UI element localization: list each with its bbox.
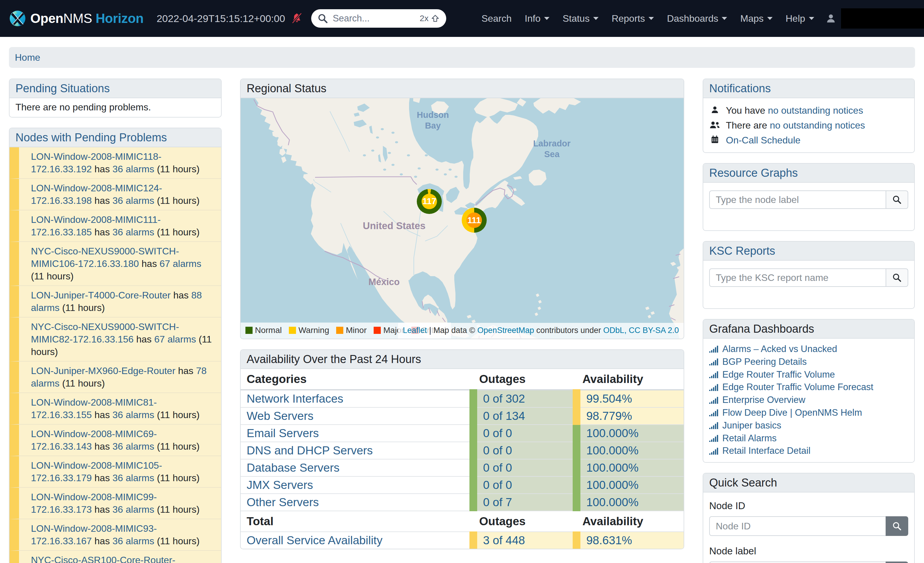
node-alarms-link[interactable]: 36 alarms [112,536,154,546]
node-link[interactable]: NYC-Cisco-ASR100-Core-Router-MIMIC112-17… [31,555,175,563]
grafana-dashboard-link[interactable]: BGP Peering Details [722,356,807,368]
notifications-title[interactable]: Notifications [709,82,771,95]
availability-category-link[interactable]: Other Servers [247,496,319,509]
ksc-reports-search-button[interactable] [886,269,908,287]
grafana-dashboard-item: Juniper basics [709,419,908,432]
nodes-with-problems-title[interactable]: Nodes with Pending Problems [15,131,167,144]
bar-chart-icon [709,434,718,442]
nav-item-status[interactable]: Status [556,9,605,28]
regional-status-map[interactable]: HudsonBayLabradorSeaUnited StatesMéxico … [241,98,684,339]
grafana-dashboard-link[interactable]: Alarms – Acked vs Unacked [722,343,837,356]
odbl-link[interactable]: ODbL, [603,326,627,335]
map-lake [407,155,410,156]
node-alarms-link[interactable]: 36 alarms [112,441,154,452]
quick-search-input-node-id[interactable] [709,516,886,536]
search-input[interactable] [333,13,415,24]
nav-item-label: Dashboards [667,13,718,24]
notification-link[interactable]: no outstanding notices [768,105,863,116]
grafana-dashboard-link[interactable]: Edge Router Traffic Volume Forecast [722,381,873,394]
node-alarms-link[interactable]: 36 alarms [112,195,154,206]
availability-row: Web Servers0 of 13498.779% [241,407,684,425]
resource-graphs-input[interactable] [709,191,886,209]
notifications-muted-bell-icon[interactable] [291,12,303,26]
availability-outages-cell: 0 of 0 [473,476,576,494]
osm-link[interactable]: OpenStreetMap [477,326,534,335]
nav-item-info[interactable]: Info [518,9,556,28]
quick-search-button-node-id[interactable] [886,516,908,536]
ccbysa-link[interactable]: CC BY-SA 2.0 [628,326,679,335]
resource-graphs-search-button[interactable] [886,191,908,209]
ksc-reports-title[interactable]: KSC Reports [709,245,775,257]
availability-total-column-header: Total [241,511,473,532]
map-lake [444,174,447,176]
availability-category-link[interactable]: JMX Servers [247,479,313,491]
nav-item-search[interactable]: Search [475,9,518,28]
user-icon [825,13,836,24]
map-marker-111[interactable]: 111 [462,208,487,233]
quick-search-input-node-label[interactable] [709,561,886,563]
pending-situations-card: Pending Situations There are no pending … [9,78,222,117]
availability-outages-cell: 0 of 0 [473,459,576,476]
node-alarms-link[interactable]: 36 alarms [112,504,154,515]
availability-category-link[interactable]: Database Servers [247,461,339,474]
map-label: Sea [544,149,560,159]
leaflet-link[interactable]: Leaflet [403,326,427,335]
bar-chart-icon [709,422,718,429]
breadcrumb-home[interactable]: Home [15,52,40,63]
overall-availability-link[interactable]: Overall Service Availability [247,534,382,546]
node-link[interactable]: NYC-Cisco-NEXUS9000-SWITCH-MIMIC106-172.… [31,246,179,269]
notification-link[interactable]: no outstanding notices [770,120,865,131]
nav-item-label: Reports [612,13,645,24]
nav-item-reports[interactable]: Reports [605,9,660,28]
notification-link[interactable]: On-Call Schedule [726,135,801,146]
availability-category-link[interactable]: Email Servers [247,427,319,440]
pending-situations-empty: There are no pending problems. [9,98,221,117]
grafana-dashboard-link[interactable]: Edge Router Traffic Volume [722,368,835,381]
grafana-dashboard-link[interactable]: Flow Deep Dive | OpenNMS Helm [722,407,862,419]
nodes-with-problems-card: Nodes with Pending Problems LON-Window-2… [9,128,222,563]
chevron-down-icon [544,17,549,20]
nav-item-help[interactable]: Help [779,9,821,28]
legend-swatch [289,327,296,334]
availability-row: Network Interfaces0 of 30299.504% [241,390,684,407]
node-problem-item: NYC-Cisco-ASR100-Core-Router-MIMIC112-17… [9,551,221,563]
availability-category-link[interactable]: Network Interfaces [247,392,343,405]
node-alarms-link[interactable]: 67 alarms [154,334,196,345]
availability-row: DNS and DHCP Servers0 of 0100.000% [241,442,684,459]
availability-availability-cell: 98.779% [576,407,684,425]
grafana-dashboard-item: Alarms – Acked vs Unacked [709,343,908,356]
grafana-dashboard-link[interactable]: Enterprise Overview [722,394,805,407]
map-marker-117[interactable]: 117 [417,189,442,214]
node-link[interactable]: LON-Juniper-MX960-Edge-Router [31,365,176,376]
user-menu[interactable] [825,8,924,29]
node-alarms-link[interactable]: 67 alarms [159,258,201,269]
search-icon [892,273,902,282]
node-alarms-link[interactable]: 36 alarms [112,227,154,237]
navbar-timestamp: 2022-04-29T15:15:12+00:00 [156,13,285,24]
grafana-dashboard-link[interactable]: Retail Interface Detail [722,444,810,457]
legend-item-warning: Warning [289,326,329,335]
quick-search-button-node-label[interactable] [886,561,908,563]
node-alarms-link[interactable]: 36 alarms [112,164,154,174]
ksc-reports-input[interactable] [709,269,886,287]
map-lake [392,132,394,134]
availability-column-header: Outages [473,369,576,390]
node-link[interactable]: LON-Juniper-T4000-Core-Router [31,290,171,300]
map-label: Labrador [533,139,571,148]
map-lake [388,152,391,154]
availability-category-link[interactable]: DNS and DHCP Servers [247,444,373,457]
quick-search-header: Quick Search [703,473,914,492]
ksc-search-group [709,269,908,287]
node-alarms-link[interactable]: 36 alarms [112,410,154,420]
nav-item-dashboards[interactable]: Dashboards [660,9,734,28]
brand-logo[interactable]: OpenNMSHorizon [9,11,143,27]
search-icon [318,14,328,24]
chevron-down-icon [593,17,598,20]
nav-item-maps[interactable]: Maps [734,9,779,28]
pending-situations-title[interactable]: Pending Situations [15,82,110,95]
grafana-dashboard-link[interactable]: Retail Alarms [722,432,777,445]
grafana-dashboard-link[interactable]: Juniper basics [722,419,781,432]
resource-graphs-title[interactable]: Resource Graphs [709,167,798,179]
node-alarms-link[interactable]: 36 alarms [112,473,154,483]
availability-category-link[interactable]: Web Servers [247,410,314,422]
